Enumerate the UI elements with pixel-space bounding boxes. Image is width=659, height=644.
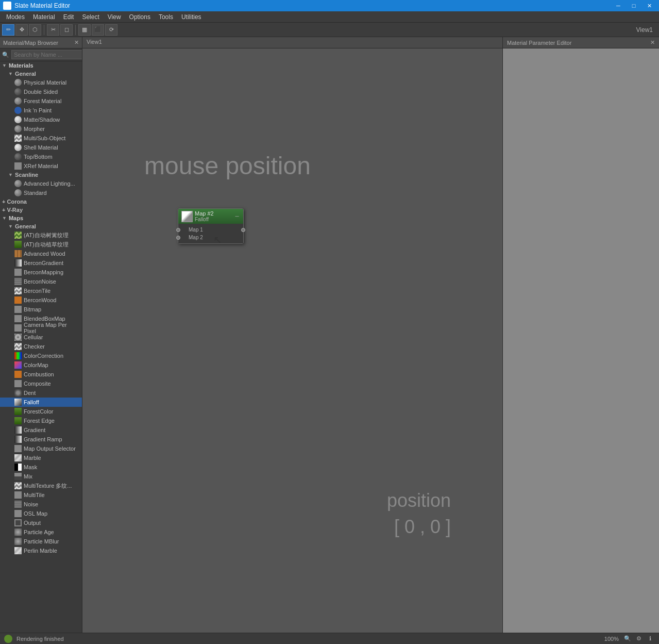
menu-tools[interactable]: Tools (155, 12, 177, 22)
forestcolor-icon (14, 408, 22, 415)
status-settings-button[interactable]: ⚙ (634, 634, 644, 643)
vray-expand[interactable]: + V-Ray (0, 206, 82, 214)
map-particle-mblur[interactable]: Particle MBlur (0, 537, 82, 546)
map-bercon-wood[interactable]: BerconWood (0, 295, 82, 305)
map-bercon-gradient[interactable]: BerconGradient (0, 258, 82, 268)
map-at-tree[interactable]: (AT)自动树篱纹理 (0, 230, 82, 240)
map-at-grass[interactable]: (AT)自动植草纹理 (0, 240, 82, 249)
multitexture-icon (14, 482, 22, 489)
node-header[interactable]: Map #2 Falloff ─ (178, 209, 243, 224)
maximize-button[interactable]: □ (627, 0, 640, 11)
map-combustion[interactable]: Combustion (0, 370, 82, 379)
map-multitexture[interactable]: MultiTexture 多纹... (0, 481, 82, 490)
map-marble[interactable]: Marble (0, 453, 82, 463)
blended-boxmap-label: BlendedBoxMap (24, 316, 65, 322)
mat-adv-lighting[interactable]: Advanced Lighting... (0, 179, 82, 188)
at-grass-label: (AT)自动植草纹理 (24, 241, 69, 249)
map-perlin-marble[interactable]: Perlin Marble (0, 546, 82, 555)
subsection-maps-general[interactable]: ▼ General (0, 222, 82, 230)
menu-material[interactable]: Material (29, 12, 59, 22)
map-bercon-tile[interactable]: BerconTile (0, 286, 82, 295)
section-materials[interactable]: ▼ Materials (0, 61, 82, 70)
double-sided-label: Double Sided (24, 89, 58, 95)
tool-delete[interactable]: ✂ (47, 24, 59, 36)
maps-general-label: General (15, 223, 36, 229)
marble-label: Marble (24, 455, 41, 461)
matte-shadow-icon (14, 116, 22, 123)
map-dent[interactable]: Dent (0, 388, 82, 398)
status-info-button[interactable]: ℹ (646, 634, 655, 643)
map-mix[interactable]: Mix (0, 472, 82, 481)
bercon-gradient-icon (14, 259, 22, 267)
tool-rect[interactable]: ◻ (60, 24, 73, 36)
mat-forest[interactable]: Forest Material (0, 96, 82, 106)
tool-refresh[interactable]: ⟳ (105, 24, 117, 36)
map-bitmap[interactable]: Bitmap (0, 305, 82, 314)
mat-xref[interactable]: XRef Material (0, 161, 82, 171)
viewport-canvas[interactable]: mouse position position [ 0 , 0 ] Map #2… (82, 48, 502, 633)
minimize-button[interactable]: ─ (612, 0, 625, 11)
mat-ink-paint[interactable]: Ink 'n Paint (0, 106, 82, 115)
menu-utilities[interactable]: Utilities (177, 12, 206, 22)
mat-double-sided[interactable]: Double Sided (0, 87, 82, 96)
map-multitile[interactable]: MultiTile (0, 490, 82, 500)
mat-standard[interactable]: Standard (0, 188, 82, 197)
map-colormap[interactable]: ColorMap (0, 360, 82, 370)
tool-pencil[interactable]: ✏ (2, 24, 14, 36)
map-particle-age[interactable]: Particle Age (0, 527, 82, 537)
mat-top-bottom[interactable]: Top/Bottom (0, 152, 82, 161)
tool-move[interactable]: ✥ (15, 24, 28, 36)
dent-icon (14, 389, 22, 397)
node-minimize-button[interactable]: ─ (234, 213, 240, 220)
tool-grid[interactable]: ▦ (78, 24, 91, 36)
corona-expand[interactable]: + Corona (0, 197, 82, 206)
map-output-selector[interactable]: Map Output Selector (0, 444, 82, 453)
map-composite[interactable]: Composite (0, 379, 82, 388)
output-icon (14, 519, 22, 526)
titlebar: Slate Material Editor ─ □ ✕ (0, 0, 659, 11)
menu-modes[interactable]: Modes (2, 12, 29, 22)
map-camera-map[interactable]: Camera Map Per Pixel (0, 323, 82, 333)
map-noise[interactable]: Noise (0, 500, 82, 509)
map-output[interactable]: Output (0, 518, 82, 527)
menu-edit[interactable]: Edit (59, 12, 78, 22)
map-mask[interactable]: Mask (0, 463, 82, 472)
at-tree-label: (AT)自动树篱纹理 (24, 232, 69, 239)
viewport: View1 mouse position position [ 0 , 0 ] … (82, 37, 502, 633)
map-checker[interactable]: Checker (0, 342, 82, 351)
status-zoom-out-button[interactable]: 🔍 (623, 634, 632, 643)
menu-view[interactable]: View (104, 12, 125, 22)
section-maps[interactable]: ▼ Maps (0, 214, 82, 222)
mat-matte-shadow[interactable]: Matte/Shadow (0, 115, 82, 124)
node-card-falloff[interactable]: Map #2 Falloff ─ Map 1 Map 2 (178, 208, 244, 244)
map-gradient-ramp[interactable]: Gradient Ramp (0, 435, 82, 444)
search-input[interactable] (11, 50, 82, 59)
view1-label: View1 (632, 26, 657, 34)
map-forestcolor[interactable]: ForestColor (0, 407, 82, 416)
right-panel-close[interactable]: ✕ (650, 39, 655, 46)
tool-grid2[interactable]: ⬛ (92, 24, 104, 36)
mat-shell[interactable]: Shell Material (0, 143, 82, 152)
map-osl[interactable]: OSL Map (0, 509, 82, 518)
panel-close-icon[interactable]: ✕ (74, 39, 79, 46)
map-advanced-wood[interactable]: Advanced Wood (0, 249, 82, 258)
mat-multi-sub[interactable]: Multi/Sub-Object (0, 134, 82, 143)
map-bercon-mapping[interactable]: BerconMapping (0, 268, 82, 277)
map-falloff[interactable]: Falloff (0, 398, 82, 407)
subsection-general[interactable]: ▼ General (0, 70, 82, 78)
falloff-icon (14, 399, 22, 406)
map-forest-edge[interactable]: Forest Edge (0, 416, 82, 425)
tool-select2[interactable]: ⬡ (29, 24, 41, 36)
mat-physical[interactable]: Physical Material (0, 78, 82, 87)
multitile-label: MultiTile (24, 492, 45, 498)
menu-select[interactable]: Select (78, 12, 103, 22)
subsection-scanline[interactable]: ▼ Scanline (0, 171, 82, 179)
menu-options[interactable]: Options (125, 12, 155, 22)
falloff-label: Falloff (24, 399, 39, 405)
map-bercon-noise[interactable]: BerconNoise (0, 277, 82, 286)
map-colorcorrection[interactable]: ColorCorrection (0, 351, 82, 360)
status-icon (4, 635, 12, 643)
map-gradient[interactable]: Gradient (0, 425, 82, 435)
close-button[interactable]: ✕ (643, 0, 656, 11)
mat-morpher[interactable]: Morpher (0, 124, 82, 134)
